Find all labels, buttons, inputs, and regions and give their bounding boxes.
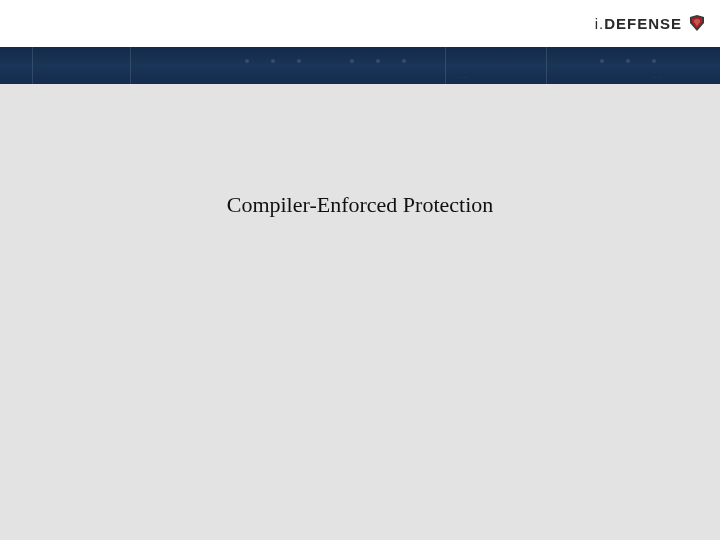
- brand-name: DEFENSE: [604, 15, 682, 32]
- slide-title: Compiler-Enforced Protection: [0, 192, 720, 218]
- brand-prefix: i.: [595, 15, 605, 32]
- nav-tick: ····: [458, 74, 469, 80]
- nav-dot-cluster: [245, 59, 301, 63]
- nav-separator: [130, 47, 131, 84]
- brand-shield-icon: [688, 14, 706, 32]
- nav-dot-cluster: [600, 59, 656, 63]
- nav-separator: [445, 47, 446, 84]
- brand-logo: i.DEFENSE: [595, 14, 706, 32]
- nav-dot-cluster: [350, 59, 406, 63]
- nav-separator: [32, 47, 33, 84]
- slide-body: Compiler-Enforced Protection: [0, 84, 720, 540]
- nav-separator: [546, 47, 547, 84]
- nav-band: ···· ····: [0, 47, 720, 84]
- nav-tick: ····: [652, 74, 663, 80]
- brand-wordmark: i.DEFENSE: [595, 15, 682, 32]
- header-bar: i.DEFENSE: [0, 0, 720, 47]
